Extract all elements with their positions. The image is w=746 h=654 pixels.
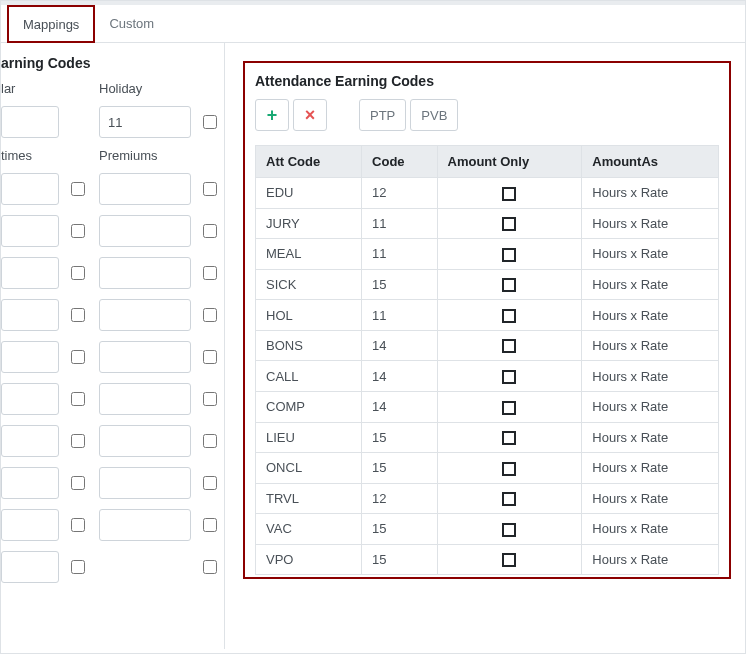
times-check-6[interactable] bbox=[71, 434, 85, 448]
premiums-input-3[interactable] bbox=[99, 299, 191, 331]
checkbox-icon[interactable] bbox=[502, 431, 516, 445]
delete-button[interactable]: × bbox=[293, 99, 327, 131]
times-input-1[interactable] bbox=[1, 215, 59, 247]
table-row[interactable]: HOL11Hours x Rate bbox=[256, 300, 719, 331]
table-row[interactable]: VPO15Hours x Rate bbox=[256, 544, 719, 575]
cell-amount-only[interactable] bbox=[437, 544, 582, 575]
checkbox-icon[interactable] bbox=[502, 217, 516, 231]
cell-amount-only[interactable] bbox=[437, 514, 582, 545]
cell-amount-only[interactable] bbox=[437, 269, 582, 300]
checkbox-icon[interactable] bbox=[502, 248, 516, 262]
table-row[interactable]: BONS14Hours x Rate bbox=[256, 330, 719, 361]
times-check-5[interactable] bbox=[71, 392, 85, 406]
cell-att-code: HOL bbox=[256, 300, 362, 331]
times-check-4[interactable] bbox=[71, 350, 85, 364]
cell-amount-only[interactable] bbox=[437, 391, 582, 422]
cell-amount-as: Hours x Rate bbox=[582, 453, 719, 484]
premiums-check-9[interactable] bbox=[203, 560, 217, 574]
times-check-7[interactable] bbox=[71, 476, 85, 490]
cell-amount-only[interactable] bbox=[437, 208, 582, 239]
cell-amount-only[interactable] bbox=[437, 483, 582, 514]
cell-amount-only[interactable] bbox=[437, 422, 582, 453]
premiums-input-6[interactable] bbox=[99, 425, 191, 457]
cell-att-code: VPO bbox=[256, 544, 362, 575]
times-input-2[interactable] bbox=[1, 257, 59, 289]
regular-input[interactable] bbox=[1, 106, 59, 138]
premiums-check-2[interactable] bbox=[203, 266, 217, 280]
premiums-check-0[interactable] bbox=[203, 182, 217, 196]
table-row[interactable]: COMP14Hours x Rate bbox=[256, 391, 719, 422]
times-input-9[interactable] bbox=[1, 551, 59, 583]
cell-att-code: MEAL bbox=[256, 239, 362, 270]
checkbox-icon[interactable] bbox=[502, 492, 516, 506]
premiums-check-3[interactable] bbox=[203, 308, 217, 322]
table-row[interactable]: VAC15Hours x Rate bbox=[256, 514, 719, 545]
times-input-5[interactable] bbox=[1, 383, 59, 415]
checkbox-icon[interactable] bbox=[502, 339, 516, 353]
ptp-button[interactable]: PTP bbox=[359, 99, 406, 131]
col-code[interactable]: Code bbox=[362, 146, 437, 178]
premiums-check-5[interactable] bbox=[203, 392, 217, 406]
times-input-4[interactable] bbox=[1, 341, 59, 373]
cell-amount-only[interactable] bbox=[437, 453, 582, 484]
times-input-6[interactable] bbox=[1, 425, 59, 457]
times-check-1[interactable] bbox=[71, 224, 85, 238]
times-input-8[interactable] bbox=[1, 509, 59, 541]
cell-amount-only[interactable] bbox=[437, 239, 582, 270]
premiums-check-6[interactable] bbox=[203, 434, 217, 448]
premiums-input-8[interactable] bbox=[99, 509, 191, 541]
cell-amount-as: Hours x Rate bbox=[582, 391, 719, 422]
premiums-check-1[interactable] bbox=[203, 224, 217, 238]
cell-amount-as: Hours x Rate bbox=[582, 483, 719, 514]
premiums-check-8[interactable] bbox=[203, 518, 217, 532]
earning-codes-panel: arning Codes lar Holiday times Premiums bbox=[1, 43, 225, 649]
cell-amount-only[interactable] bbox=[437, 300, 582, 331]
checkbox-icon[interactable] bbox=[502, 462, 516, 476]
times-check-3[interactable] bbox=[71, 308, 85, 322]
table-row[interactable]: EDU12Hours x Rate bbox=[256, 178, 719, 209]
checkbox-icon[interactable] bbox=[502, 370, 516, 384]
add-button[interactable]: + bbox=[255, 99, 289, 131]
table-row[interactable]: JURY11Hours x Rate bbox=[256, 208, 719, 239]
col-att-code[interactable]: Att Code bbox=[256, 146, 362, 178]
times-check-8[interactable] bbox=[71, 518, 85, 532]
col-amount-as[interactable]: AmountAs bbox=[582, 146, 719, 178]
times-check-9[interactable] bbox=[71, 560, 85, 574]
table-row[interactable]: CALL14Hours x Rate bbox=[256, 361, 719, 392]
holiday-check[interactable] bbox=[203, 115, 217, 129]
table-row[interactable]: MEAL11Hours x Rate bbox=[256, 239, 719, 270]
times-check-2[interactable] bbox=[71, 266, 85, 280]
cell-amount-only[interactable] bbox=[437, 361, 582, 392]
table-row[interactable]: ONCL15Hours x Rate bbox=[256, 453, 719, 484]
cell-code: 11 bbox=[362, 208, 437, 239]
checkbox-icon[interactable] bbox=[502, 401, 516, 415]
premiums-input-2[interactable] bbox=[99, 257, 191, 289]
tab-custom[interactable]: Custom bbox=[95, 5, 168, 42]
checkbox-icon[interactable] bbox=[502, 309, 516, 323]
premiums-input-0[interactable] bbox=[99, 173, 191, 205]
checkbox-icon[interactable] bbox=[502, 187, 516, 201]
premiums-input-7[interactable] bbox=[99, 467, 191, 499]
times-input-3[interactable] bbox=[1, 299, 59, 331]
premiums-input-1[interactable] bbox=[99, 215, 191, 247]
times-input-7[interactable] bbox=[1, 467, 59, 499]
checkbox-icon[interactable] bbox=[502, 523, 516, 537]
premiums-input-5[interactable] bbox=[99, 383, 191, 415]
premiums-input-4[interactable] bbox=[99, 341, 191, 373]
times-check-0[interactable] bbox=[71, 182, 85, 196]
cell-code: 15 bbox=[362, 544, 437, 575]
cell-amount-only[interactable] bbox=[437, 330, 582, 361]
table-row[interactable]: SICK15Hours x Rate bbox=[256, 269, 719, 300]
table-row[interactable]: LIEU15Hours x Rate bbox=[256, 422, 719, 453]
holiday-input[interactable] bbox=[99, 106, 191, 138]
checkbox-icon[interactable] bbox=[502, 278, 516, 292]
premiums-check-4[interactable] bbox=[203, 350, 217, 364]
col-amount-only[interactable]: Amount Only bbox=[437, 146, 582, 178]
checkbox-icon[interactable] bbox=[502, 553, 516, 567]
premiums-check-7[interactable] bbox=[203, 476, 217, 490]
pvb-button[interactable]: PVB bbox=[410, 99, 458, 131]
tab-mappings[interactable]: Mappings bbox=[7, 5, 95, 43]
cell-amount-only[interactable] bbox=[437, 178, 582, 209]
times-input-0[interactable] bbox=[1, 173, 59, 205]
table-row[interactable]: TRVL12Hours x Rate bbox=[256, 483, 719, 514]
